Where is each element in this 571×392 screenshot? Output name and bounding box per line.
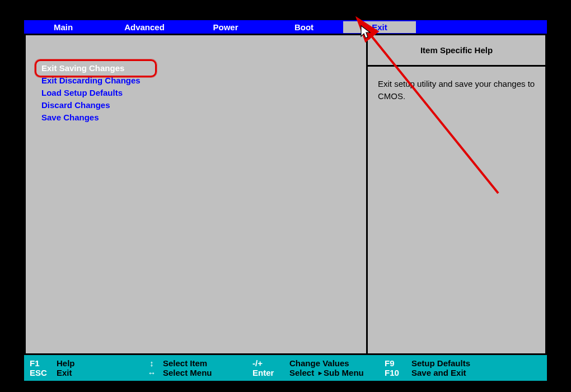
help-pane: Item Specific Help Exit setup utility an… bbox=[366, 35, 545, 353]
label-select-item: Select Item bbox=[163, 358, 252, 368]
updown-icon: ↕ bbox=[141, 358, 163, 368]
content-frame: Exit Saving Changes Exit Discarding Chan… bbox=[24, 34, 547, 355]
menu-load-setup-defaults[interactable]: Load Setup Defaults bbox=[41, 87, 366, 99]
help-text: Exit setup utility and save your changes… bbox=[368, 67, 545, 114]
menu-pane: Exit Saving Changes Exit Discarding Chan… bbox=[26, 35, 366, 353]
key-esc: ESC bbox=[30, 368, 57, 377]
menu-save-changes[interactable]: Save Changes bbox=[41, 111, 366, 124]
tab-boot[interactable]: Boot bbox=[265, 21, 343, 33]
label-select-submenu: Select ▸ Sub Menu bbox=[289, 368, 385, 377]
label-setup-defaults: Setup Defaults bbox=[411, 358, 541, 368]
label-help: Help bbox=[57, 358, 141, 368]
leftright-icon: ↔ bbox=[141, 368, 163, 377]
key-f1: F1 bbox=[30, 358, 57, 368]
label-select: Select bbox=[289, 368, 314, 377]
exit-menu-list: Exit Saving Changes Exit Discarding Chan… bbox=[41, 62, 366, 124]
tab-main[interactable]: Main bbox=[24, 21, 102, 33]
key-plusminus: -/+ bbox=[252, 358, 289, 368]
help-title: Item Specific Help bbox=[368, 35, 545, 67]
menu-discard-changes[interactable]: Discard Changes bbox=[41, 99, 366, 111]
label-save-and-exit: Save and Exit bbox=[411, 368, 541, 377]
tab-exit[interactable]: Exit bbox=[343, 21, 416, 33]
tab-advanced[interactable]: Advanced bbox=[102, 21, 186, 33]
footer-key-legend: F1 Help ↕ Select Item -/+ Change Values … bbox=[24, 355, 547, 381]
tab-power[interactable]: Power bbox=[186, 21, 265, 33]
label-exit: Exit bbox=[57, 368, 141, 377]
menu-exit-saving-changes[interactable]: Exit Saving Changes bbox=[41, 62, 366, 74]
submenu-arrow-icon: ▸ bbox=[316, 369, 324, 377]
tab-bar: Main Advanced Power Boot Exit bbox=[24, 20, 547, 34]
label-submenu: Sub Menu bbox=[324, 368, 364, 377]
label-select-menu: Select Menu bbox=[163, 368, 252, 377]
key-f10: F10 bbox=[385, 368, 411, 377]
label-change-values: Change Values bbox=[289, 358, 385, 368]
key-f9: F9 bbox=[385, 358, 411, 368]
key-enter: Enter bbox=[252, 368, 289, 377]
menu-exit-discarding-changes[interactable]: Exit Discarding Changes bbox=[41, 74, 366, 87]
bios-setup-screen: Main Advanced Power Boot Exit Exit Savin… bbox=[0, 0, 571, 392]
